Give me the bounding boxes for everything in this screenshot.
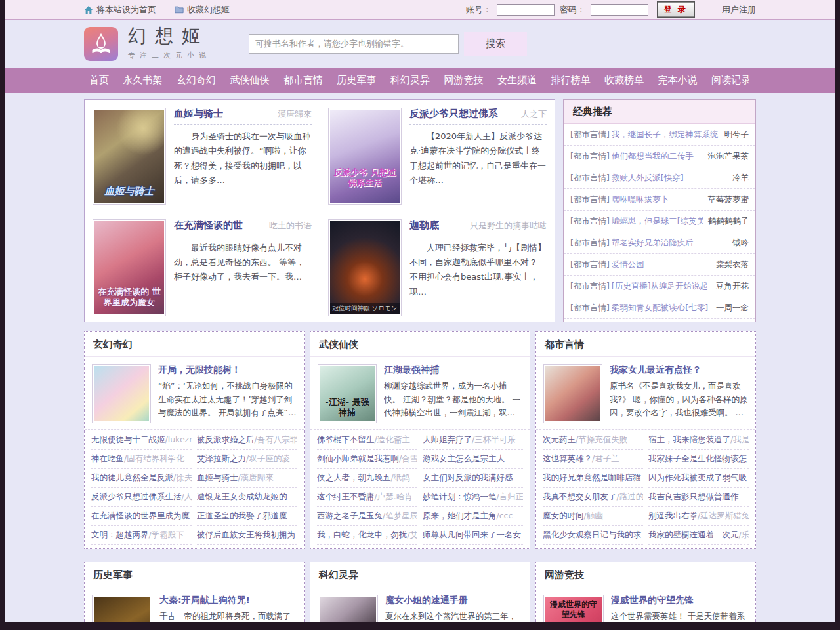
- book-list-item[interactable]: 师尊从凡间带回来了一名女: [423, 526, 523, 545]
- book-list-item[interactable]: 佛爷棍下不留生/造化斋主: [317, 430, 417, 450]
- book-title-link[interactable]: 迦勒底: [410, 219, 439, 232]
- book-title-link[interactable]: 反派少爷只想过佛系: [410, 108, 498, 120]
- book-cover[interactable]: 在充满怪谈的 世界里成为魔女: [93, 219, 166, 316]
- book-title-link[interactable]: 魔女小姐的速通手册: [385, 595, 522, 606]
- book-list-item[interactable]: 我的好兄弟竟然是咖啡店猫: [543, 469, 643, 488]
- book-title-link[interactable]: 师尊从凡间带回来了一名女: [423, 530, 521, 539]
- nav-item[interactable]: 武侠仙侠: [230, 74, 270, 87]
- book-title-link[interactable]: 原来，她们才是主角: [423, 511, 497, 520]
- book-title-link[interactable]: 蝙蝠崽，但是球三[综英美]: [612, 216, 703, 227]
- login-button[interactable]: 登 录: [658, 2, 694, 17]
- book-title-link[interactable]: 被反派求婚之后: [197, 434, 255, 444]
- book-list-item[interactable]: 原来，她们才是主角/ccc: [423, 507, 523, 526]
- book-list-item[interactable]: 神在吃鱼/固有结界科学化: [91, 450, 192, 469]
- recommendation-item[interactable]: [都市言情] 蝙蝠崽，但是球三[综英美] 鹤鹤鹤鹤子: [564, 211, 755, 232]
- book-title-link[interactable]: 开局，无限技能树！: [158, 364, 297, 376]
- book-cover[interactable]: [318, 595, 378, 622]
- book-list-item[interactable]: 别逼我出右拳/廷达罗斯猎兔: [648, 507, 749, 526]
- book-title-link[interactable]: 这个纣王不昏庸: [317, 492, 375, 501]
- book-title-link[interactable]: 我家妹子全是生化怪物该怎: [648, 453, 747, 463]
- book-author[interactable]: 吃土的书语: [269, 220, 312, 232]
- book-title-link[interactable]: 神在吃鱼: [91, 453, 124, 463]
- recommendation-item[interactable]: [都市言情] 帮老实好兄弟治隐疾后 钺吟: [564, 232, 755, 254]
- book-list-item[interactable]: 反派少爷只想过佛系生活/人之下: [91, 488, 192, 507]
- book-cover[interactable]: [92, 364, 151, 423]
- book-title-link[interactable]: 因为作死我被变成了弱气吸: [648, 472, 747, 482]
- book-cover[interactable]: 漫威世界的守望先锋: [543, 595, 604, 622]
- search-input[interactable]: [249, 34, 459, 54]
- book-title-link[interactable]: 我的徒儿竟然全是反派: [91, 472, 173, 482]
- book-title-link[interactable]: 黑化少女观察日记与我的求: [543, 530, 641, 539]
- book-list-item[interactable]: 因为作死我被变成了弱气吸: [648, 469, 749, 488]
- book-title-link[interactable]: 我的好兄弟竟然是咖啡店猫: [543, 472, 641, 482]
- nav-item[interactable]: 玄幻奇幻: [177, 74, 216, 87]
- book-list-item[interactable]: 血姬与骑士/漢唐歸來: [197, 469, 297, 488]
- book-list-item[interactable]: 文明：超越两界/学霸殿下: [91, 526, 192, 545]
- book-title-link[interactable]: [历史直播]从缠足开始说起: [612, 281, 711, 292]
- recommendation-item[interactable]: [都市言情] 爱情公园 棠梨衣落: [564, 254, 755, 276]
- book-list-item[interactable]: 西游之老子是玉兔/笔梦星辰: [317, 507, 417, 526]
- book-list-item[interactable]: 在充满怪谈的世界里成为魔: [91, 507, 192, 526]
- book-title-link[interactable]: 侠之大者，朝九晚五: [317, 472, 391, 482]
- book-list-item[interactable]: 女主们对反派的我满好感: [423, 469, 523, 488]
- book-title-link[interactable]: 次元药王: [543, 434, 576, 444]
- site-logo[interactable]: [84, 27, 118, 61]
- book-author[interactable]: 漢唐歸來: [278, 108, 312, 120]
- book-title-link[interactable]: 他们都想当我的二传手: [612, 151, 703, 162]
- book-cover[interactable]: 冠位时间神殿 ソロモン: [328, 219, 402, 316]
- search-button[interactable]: 搜索: [464, 32, 527, 56]
- book-list-item[interactable]: 被反派求婚之后/吾有八宗罪: [197, 430, 297, 450]
- book-title-link[interactable]: 爱情公园: [612, 259, 711, 270]
- book-list-item[interactable]: 剑仙小师弟就是我惹啊/合雪: [317, 450, 417, 469]
- book-list-item[interactable]: 我家的壁橱连通着二次元/乐: [648, 526, 749, 545]
- book-title-link[interactable]: 嘿咻嘿咻拔萝卜: [612, 194, 703, 205]
- book-list-item[interactable]: 黑化少女观察日记与我的求: [543, 526, 643, 545]
- book-cover[interactable]: [543, 364, 602, 423]
- book-list-item[interactable]: 次元药王/节操充值失败: [543, 430, 643, 450]
- nav-item[interactable]: 科幻灵异: [390, 74, 430, 87]
- bookmark-site-link[interactable]: 收藏幻想姬: [175, 4, 230, 16]
- book-title-link[interactable]: 大师姐弃疗了: [423, 434, 472, 444]
- book-list-item[interactable]: 妙笔计划：惊鸿一笔/言归正: [423, 488, 523, 507]
- recommendation-item[interactable]: [都市言情] 他们都想当我的二传手 泡泡芒果茶: [564, 146, 755, 167]
- nav-item[interactable]: 完本小说: [658, 74, 698, 87]
- book-list-item[interactable]: 大师姐弃疗了/三杯半可乐: [423, 430, 523, 450]
- book-title-link[interactable]: 柔弱知青女配被读心[七零]: [612, 303, 711, 314]
- book-title-link[interactable]: 在充满怪谈的世: [174, 219, 243, 232]
- book-list-item[interactable]: 遭银龙王女变成幼龙姬的: [197, 488, 297, 507]
- book-title-link[interactable]: 无限使徒与十二战姬: [91, 434, 165, 444]
- book-list-item[interactable]: 艾泽拉斯之力/双子座的凌: [197, 450, 297, 469]
- book-title-link[interactable]: 大秦:开局献上狗符咒!: [159, 595, 297, 606]
- book-list-item[interactable]: 我吉良吉影只想做普通作: [648, 488, 749, 507]
- book-title-link[interactable]: 剑仙小师弟就是我惹啊: [317, 453, 399, 463]
- book-title-link[interactable]: 游戏女主怎么是宗主大: [423, 453, 505, 463]
- book-title-link[interactable]: 江湖最强神捕: [384, 364, 522, 376]
- book-title-link[interactable]: 这也算英雄？: [543, 453, 592, 463]
- book-list-item[interactable]: 魔女的时间/触幽: [543, 507, 643, 526]
- book-list-item[interactable]: 我的徒儿竟然全是反派/徐夫: [91, 469, 192, 488]
- book-list-item[interactable]: 我家妹子全是生化怪物该怎: [648, 450, 749, 469]
- book-list-item[interactable]: 无限使徒与十二战姬/lukezrc: [91, 430, 192, 450]
- book-author[interactable]: 只是野生的搞事咕哒: [470, 220, 547, 232]
- book-list-item[interactable]: 这个纣王不昏庸/卢瑟.哈肯: [317, 488, 417, 507]
- book-title-link[interactable]: 血姬与骑士: [197, 472, 238, 482]
- book-title-link[interactable]: 救赎人外反派[快穿]: [612, 173, 727, 184]
- book-author[interactable]: 人之下: [521, 108, 547, 120]
- nav-item[interactable]: 收藏榜单: [604, 74, 644, 87]
- book-cover[interactable]: 大秦:开局 献上狗符咒: [92, 595, 152, 622]
- book-list-item[interactable]: 这也算英雄？/君子兰: [543, 450, 643, 469]
- book-title-link[interactable]: 遭银龙王女变成幼龙姬的: [197, 492, 287, 501]
- book-list-item[interactable]: 宿主，我来陪您装逼了/我是: [648, 430, 749, 450]
- book-title-link[interactable]: 我家的壁橱连通着二次元: [648, 530, 739, 539]
- nav-item[interactable]: 首页: [89, 74, 109, 87]
- book-title-link[interactable]: 反派少爷只想过佛系生活: [91, 492, 182, 501]
- recommendation-item[interactable]: [都市言情] 柔弱知青女配被读心[七零] 一周一念: [564, 297, 755, 319]
- recommendation-item[interactable]: [都市言情] 救赎人外反派[快穿] 冷羊: [564, 167, 755, 189]
- book-title-link[interactable]: 正道圣皇的我娶了邪道魔: [197, 511, 287, 520]
- book-cover[interactable]: 反派少爷 只想过佛系生活: [328, 108, 402, 205]
- book-list-item[interactable]: 被俘后血族女王将我初拥为: [197, 526, 297, 545]
- nav-item[interactable]: 都市言情: [284, 74, 323, 87]
- book-list-item[interactable]: 侠之大者，朝九晚五/纸鸽: [317, 469, 417, 488]
- book-title-link[interactable]: 我，继国长子，绑定神算系统: [612, 129, 719, 140]
- book-title-link[interactable]: 血姬与骑士: [174, 108, 223, 120]
